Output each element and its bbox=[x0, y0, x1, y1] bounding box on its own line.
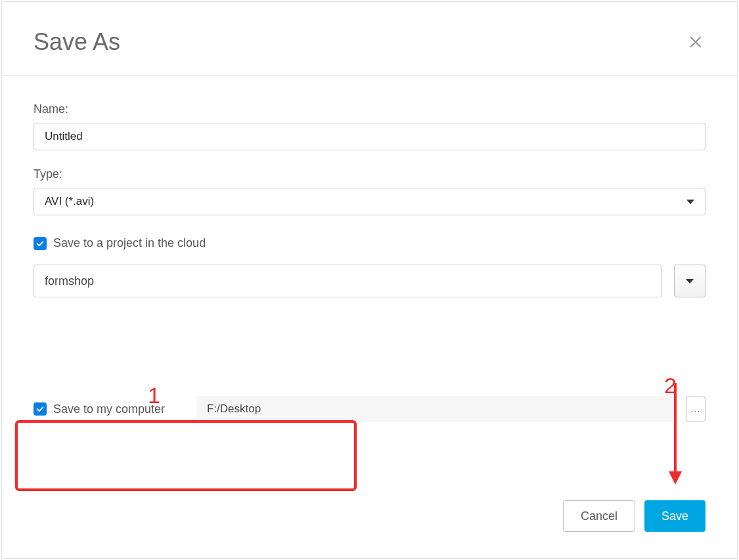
close-icon bbox=[688, 35, 703, 49]
path-input[interactable] bbox=[196, 396, 674, 422]
cloud-project-select[interactable]: formshop bbox=[34, 265, 662, 297]
cloud-check-row: Save to a project in the cloud bbox=[34, 236, 705, 250]
svg-marker-1 bbox=[669, 471, 682, 485]
cloud-project-dropdown-button[interactable] bbox=[674, 265, 705, 297]
chevron-down-icon bbox=[686, 279, 694, 284]
save-as-dialog: Save As Name: Type: AVI (*.avi) Save to … bbox=[1, 1, 738, 559]
computer-check-group: Save to my computer bbox=[34, 402, 185, 416]
save-button[interactable]: Save bbox=[644, 500, 705, 532]
type-select-value: AVI (*.avi) bbox=[45, 195, 94, 208]
name-input[interactable] bbox=[34, 123, 705, 150]
cloud-project-row: formshop bbox=[34, 265, 705, 297]
cloud-project-value: formshop bbox=[45, 274, 94, 288]
close-button[interactable] bbox=[686, 32, 705, 52]
type-label: Type: bbox=[34, 167, 705, 181]
computer-row: Save to my computer ... bbox=[34, 396, 705, 422]
computer-check-label: Save to my computer bbox=[53, 402, 165, 416]
cloud-check-label: Save to a project in the cloud bbox=[53, 236, 206, 250]
cancel-button[interactable]: Cancel bbox=[563, 500, 635, 532]
chevron-down-icon bbox=[686, 200, 694, 204]
dialog-body: Name: Type: AVI (*.avi) Save to a projec… bbox=[2, 76, 737, 435]
check-icon bbox=[35, 239, 45, 248]
cloud-checkbox[interactable] bbox=[34, 237, 47, 250]
dialog-footer: Cancel Save bbox=[563, 500, 705, 532]
check-icon bbox=[35, 404, 45, 414]
dialog-title: Save As bbox=[34, 28, 120, 56]
dialog-header: Save As bbox=[2, 2, 737, 76]
type-select[interactable]: AVI (*.avi) bbox=[34, 188, 705, 215]
computer-checkbox[interactable] bbox=[34, 402, 47, 416]
name-label: Name: bbox=[34, 102, 705, 116]
browse-button[interactable]: ... bbox=[686, 397, 705, 421]
